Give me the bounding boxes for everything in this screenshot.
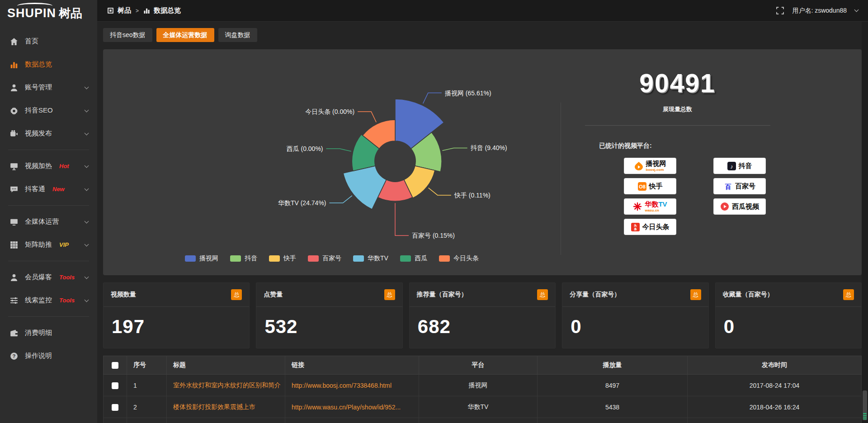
tab-douyin-seo-data[interactable]: 抖音seo数据 <box>103 28 152 42</box>
topbar-right: 用户名: zswodun88 <box>776 7 858 15</box>
legend-item[interactable]: 今日头条 <box>439 254 479 263</box>
legend-label: 抖音 <box>245 254 257 263</box>
sidebar-badge: Tools <box>59 274 75 281</box>
sidebar-item-video-publish[interactable]: 视频发布 <box>0 122 97 145</box>
total-badge[interactable]: 总 <box>537 289 548 300</box>
platform-name: 今日头条 <box>642 223 670 230</box>
cell-title[interactable]: 室外水纹灯和室内水纹灯的区别和简介 <box>167 375 285 396</box>
sidebar-item-label: 会员爆客 <box>25 273 52 282</box>
svg-text:百: 百 <box>725 183 731 190</box>
stat-card-title: 收藏量（百家号） <box>723 291 774 299</box>
sidebar-item-matrix-boost[interactable]: 矩阵助推VIP <box>0 233 97 256</box>
sidebar-item-consume-detail[interactable]: 消费明细 <box>0 321 97 344</box>
platform-col-left: 播视网boosj.comO8快手华数TVwasu.cn头条今日头条 <box>624 158 676 235</box>
boosj-logo-icon <box>634 161 643 170</box>
chevron-down-icon <box>85 85 89 89</box>
total-badge[interactable]: 总 <box>843 289 854 300</box>
chevron-down-icon <box>85 131 89 135</box>
video-icon <box>10 130 18 138</box>
pie-label: 百家号 (0.15%) <box>412 232 455 239</box>
platform-badge-xigua: 西瓜视频 <box>714 199 765 214</box>
svg-text:头: 头 <box>634 224 637 227</box>
platforms-label: 已统计的视频平台: <box>599 142 652 150</box>
sidebar-item-member-baoke[interactable]: 会员爆客Tools <box>0 266 97 289</box>
legend-swatch <box>269 255 280 262</box>
legend-item[interactable]: 西瓜 <box>400 254 427 263</box>
monitor-icon <box>10 218 18 226</box>
sidebar-item-data-overview[interactable]: 数据总览 <box>0 53 97 76</box>
sidebar: SHUPIN 树品 首页数据总览账号管理抖音SEO视频发布视频加热Hot抖客通N… <box>0 0 97 423</box>
breadcrumb-separator: > <box>136 8 139 14</box>
select-all-checkbox[interactable] <box>112 362 118 369</box>
row-checkbox[interactable] <box>112 404 118 411</box>
sidebar-item-clue-monitor[interactable]: 线索监控Tools <box>0 289 97 312</box>
logo-text-cn: 树品 <box>59 5 82 21</box>
chevron-down-icon <box>85 108 89 112</box>
chevron-down-icon <box>85 186 89 191</box>
legend-item[interactable]: 华数TV <box>353 254 388 263</box>
cell-time: 2018-04-26 16:24 <box>688 396 862 418</box>
username[interactable]: 用户名: zswodun88 <box>792 7 847 15</box>
total-impressions-label: 展现量总数 <box>663 105 692 113</box>
sidebar-item-media-operation[interactable]: 全媒体运营 <box>0 210 97 233</box>
fullscreen-icon[interactable] <box>776 7 784 14</box>
legend-label: 华数TV <box>368 254 388 263</box>
platform-sub: boosj.com <box>646 168 666 172</box>
legend-item[interactable]: 百家号 <box>308 254 341 263</box>
sidebar-item-douketong[interactable]: 抖客通New <box>0 178 97 201</box>
pie-label: 快手 (0.11%) <box>454 192 491 199</box>
row-checkbox[interactable] <box>112 382 118 389</box>
tab-inquiry-data[interactable]: 询盘数据 <box>218 28 257 42</box>
pie-slice-4[interactable] <box>343 166 386 209</box>
sidebar-item-label: 抖音SEO <box>25 106 53 115</box>
legend-item[interactable]: 快手 <box>269 254 296 263</box>
tab-media-operation-data[interactable]: 全媒体运营数据 <box>156 28 214 42</box>
svg-text:O8: O8 <box>639 184 646 189</box>
stat-card-value: 682 <box>410 307 555 338</box>
platform-name: 快手 <box>649 182 663 190</box>
total-badge[interactable]: 总 <box>690 289 701 300</box>
legend-item[interactable]: 播视网 <box>185 254 218 263</box>
question-icon: ? <box>10 352 18 360</box>
total-badge[interactable]: 总 <box>231 289 242 300</box>
chevron-down-icon[interactable] <box>854 8 859 12</box>
cell-index: 2 <box>127 396 167 418</box>
cell-title[interactable]: 楼体投影灯投影效果震撼上市 <box>167 396 285 418</box>
cell-link[interactable]: http://www.boosj.com/7338468.html <box>285 375 419 396</box>
platform-sub: wasu.cn <box>645 209 667 212</box>
cell-plays: 5438 <box>538 396 688 418</box>
sidebar-item-douyin-seo[interactable]: 抖音SEO <box>0 99 97 122</box>
stat-card-1: 点赞量总532 <box>256 282 402 348</box>
sidebar-item-label: 消费明细 <box>25 329 52 337</box>
cell-platform: 华数TV <box>419 396 538 418</box>
col-header: 发布时间 <box>688 356 862 375</box>
scrollbar[interactable] <box>862 22 868 423</box>
legend-label: 播视网 <box>199 254 218 263</box>
chart-icon <box>143 7 150 14</box>
sidebar-item-video-heating[interactable]: 视频加热Hot <box>0 155 97 178</box>
sidebar-item-account-manage[interactable]: 账号管理 <box>0 76 97 99</box>
cell-platform: 播视网 <box>419 375 538 396</box>
stat-card-title: 视频数量 <box>111 291 136 299</box>
xigua-logo-icon <box>720 202 729 211</box>
sidebar-badge: VIP <box>59 241 69 248</box>
pie-label-line <box>358 112 376 122</box>
breadcrumb-current[interactable]: 数据总览 <box>154 6 181 15</box>
breadcrumb-root[interactable]: 树品 <box>118 6 131 15</box>
stat-card-value: 197 <box>104 307 249 338</box>
pie-label: 西瓜 (0.00%) <box>287 145 323 152</box>
total-badge[interactable]: 总 <box>384 289 395 300</box>
platform-name: 华数TV <box>645 200 667 208</box>
legend-item[interactable]: 抖音 <box>230 254 257 263</box>
sidebar-item-operation-guide[interactable]: ?操作说明 <box>0 344 97 367</box>
chevron-down-icon <box>85 274 89 279</box>
chart-legend: 播视网抖音快手百家号华数TV西瓜今日头条 <box>185 254 479 263</box>
legend-swatch <box>230 255 241 262</box>
wasu-logo-icon <box>633 202 642 211</box>
green-indicator <box>863 413 867 419</box>
user-icon <box>10 84 18 92</box>
sidebar-badge: Tools <box>59 297 75 304</box>
sidebar-item-home[interactable]: 首页 <box>0 30 97 53</box>
legend-swatch <box>400 255 411 262</box>
cell-link[interactable]: http://www.wasu.cn/Play/show/id/952... <box>285 396 419 418</box>
